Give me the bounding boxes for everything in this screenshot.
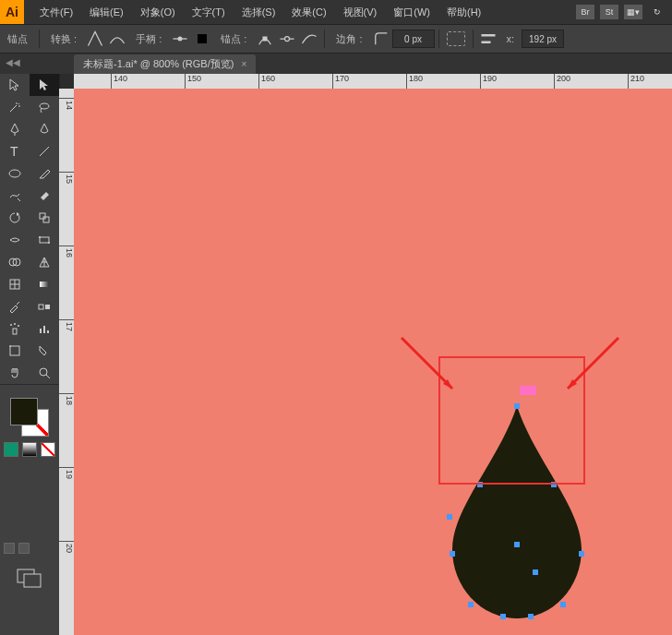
color-mode-row bbox=[0, 442, 59, 457]
anchor-point[interactable] bbox=[447, 514, 452, 520]
width-tool[interactable] bbox=[0, 229, 30, 251]
menu-window[interactable]: 窗口(W) bbox=[385, 2, 438, 23]
magic-wand-tool[interactable] bbox=[0, 96, 30, 118]
collapse-icon[interactable]: ◀◀ bbox=[6, 57, 20, 67]
ruler-tick: 180 bbox=[406, 74, 423, 89]
gradient-tool[interactable] bbox=[30, 273, 59, 295]
symbol-sprayer-tool[interactable] bbox=[0, 318, 30, 340]
corner-value-input[interactable] bbox=[392, 30, 435, 48]
menu-object[interactable]: 对象(O) bbox=[132, 2, 184, 23]
eraser-tool[interactable] bbox=[30, 185, 59, 207]
convert-smooth-icon[interactable] bbox=[108, 30, 126, 48]
menu-select[interactable]: 选择(S) bbox=[234, 2, 284, 23]
tool-panel: T bbox=[0, 74, 60, 635]
zoom-tool[interactable] bbox=[30, 362, 59, 384]
connect-anchor-icon[interactable] bbox=[300, 30, 318, 48]
color-mode-gradient[interactable] bbox=[22, 442, 37, 457]
svg-rect-29 bbox=[47, 330, 49, 333]
free-transform-tool[interactable] bbox=[30, 229, 59, 251]
type-tool[interactable]: T bbox=[0, 140, 30, 162]
workspace-icon[interactable]: ▦▾ bbox=[624, 5, 642, 19]
svg-point-9 bbox=[9, 170, 20, 177]
anchor-point[interactable] bbox=[533, 569, 538, 575]
perspective-tool[interactable] bbox=[30, 251, 59, 273]
eyedropper-tool[interactable] bbox=[0, 295, 30, 318]
artboard-tool[interactable] bbox=[0, 340, 30, 362]
handle-square-icon[interactable] bbox=[193, 30, 211, 48]
anchor-point[interactable] bbox=[514, 542, 520, 547]
bounding-box-icon[interactable] bbox=[447, 31, 465, 46]
pen-tool[interactable] bbox=[0, 118, 30, 140]
menubar: Ai 文件(F) 编辑(E) 对象(O) 文字(T) 选择(S) 效果(C) 视… bbox=[0, 0, 672, 25]
bridge-icon[interactable]: Br bbox=[576, 5, 594, 19]
ruler-tick: 150 bbox=[185, 74, 201, 89]
sync-icon[interactable]: ↻ bbox=[648, 5, 666, 19]
column-graph-tool[interactable] bbox=[30, 318, 59, 340]
anchors-label: 锚点 : bbox=[213, 32, 254, 46]
shape-builder-tool[interactable] bbox=[0, 251, 30, 273]
anchor-point[interactable] bbox=[468, 602, 474, 607]
tab-title: 未标题-1.ai* @ 800% (RGB/预览) bbox=[83, 57, 234, 71]
annotation-arrow-right bbox=[554, 329, 628, 402]
ruler-tick: 160 bbox=[258, 74, 275, 89]
stock-icon[interactable]: St bbox=[600, 5, 618, 19]
ruler-tick: 190 bbox=[480, 74, 497, 89]
ruler-tick: 14 bbox=[59, 98, 74, 110]
color-mode-solid[interactable] bbox=[4, 442, 18, 457]
swap-default-icons[interactable] bbox=[4, 543, 30, 554]
menu-view[interactable]: 视图(V) bbox=[335, 2, 386, 23]
svg-line-37 bbox=[568, 338, 618, 389]
workspace: T bbox=[0, 74, 672, 635]
anchor-point[interactable] bbox=[579, 551, 584, 557]
blend-tool[interactable] bbox=[30, 295, 59, 318]
handle-label: 手柄 : bbox=[128, 32, 169, 46]
svg-rect-20 bbox=[40, 282, 49, 287]
mesh-tool[interactable] bbox=[0, 273, 30, 295]
lasso-tool[interactable] bbox=[30, 96, 59, 118]
curvature-tool[interactable] bbox=[30, 118, 59, 140]
svg-line-36 bbox=[402, 338, 452, 389]
direct-selection-tool[interactable] bbox=[30, 74, 59, 96]
line-tool[interactable] bbox=[30, 140, 59, 162]
anchor-point[interactable] bbox=[450, 551, 455, 557]
ellipse-tool[interactable] bbox=[0, 162, 30, 185]
color-mode-none[interactable] bbox=[41, 442, 55, 457]
menu-edit[interactable]: 编辑(E) bbox=[81, 2, 132, 23]
corner-label: 边角 : bbox=[329, 32, 369, 46]
anchor-point[interactable] bbox=[500, 614, 506, 619]
svg-rect-21 bbox=[39, 305, 43, 309]
canvas[interactable] bbox=[74, 89, 672, 635]
menu-help[interactable]: 帮助(H) bbox=[438, 2, 489, 23]
remove-anchor-icon[interactable] bbox=[256, 30, 274, 48]
document-tab[interactable]: 未标题-1.ai* @ 800% (RGB/预览) × bbox=[74, 54, 256, 74]
selection-tool[interactable] bbox=[0, 74, 30, 96]
convert-corner-icon[interactable] bbox=[86, 30, 104, 48]
menu-file[interactable]: 文件(F) bbox=[31, 2, 81, 23]
align-icon[interactable] bbox=[479, 30, 498, 48]
svg-rect-4 bbox=[481, 34, 495, 37]
scale-tool[interactable] bbox=[30, 207, 59, 229]
menu-effect[interactable]: 效果(C) bbox=[283, 2, 334, 23]
screen-mode-icon[interactable] bbox=[17, 569, 44, 591]
fill-stroke-swatch[interactable] bbox=[10, 398, 49, 437]
anchor-point[interactable] bbox=[560, 602, 566, 607]
cut-path-icon[interactable] bbox=[278, 30, 296, 48]
slice-tool[interactable] bbox=[30, 340, 59, 362]
close-tab-icon[interactable]: × bbox=[241, 59, 246, 69]
svg-point-3 bbox=[285, 37, 290, 42]
svg-line-8 bbox=[40, 147, 49, 156]
ruler-tick: 20 bbox=[59, 541, 74, 553]
corner-type-icon[interactable] bbox=[372, 30, 390, 48]
ruler-tick: 19 bbox=[59, 467, 74, 479]
svg-rect-30 bbox=[10, 346, 19, 355]
menu-type[interactable]: 文字(T) bbox=[184, 2, 234, 23]
rotate-tool[interactable] bbox=[0, 207, 30, 229]
x-value-input[interactable] bbox=[522, 30, 564, 48]
svg-rect-27 bbox=[40, 329, 42, 333]
anchor-point[interactable] bbox=[528, 614, 534, 619]
paintbrush-tool[interactable] bbox=[30, 162, 59, 185]
handle-show-icon[interactable] bbox=[171, 30, 189, 48]
hand-tool[interactable] bbox=[0, 362, 30, 384]
fill-color[interactable] bbox=[10, 398, 38, 425]
shaper-tool[interactable] bbox=[0, 185, 30, 207]
